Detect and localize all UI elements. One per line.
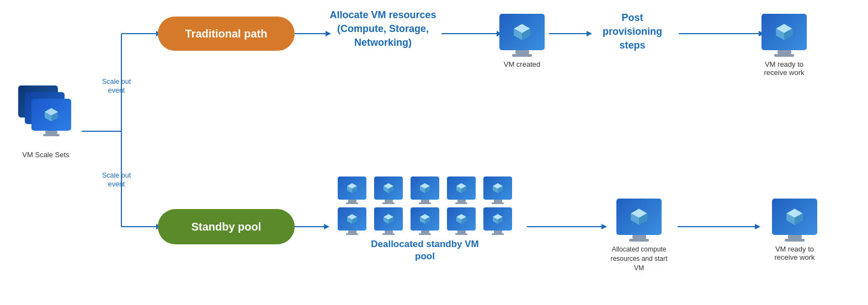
vm-ready-bottom-label: VM ready toreceive work bbox=[775, 245, 815, 261]
grid-vm-7 bbox=[372, 207, 405, 235]
allocated-compute: Allocated computeresources and startVM bbox=[603, 199, 675, 272]
grid-vm-2 bbox=[372, 176, 405, 204]
grid-vm-4 bbox=[445, 176, 478, 204]
post-provisioning-text: Postprovisioningsteps bbox=[588, 11, 677, 53]
grid-vm-6 bbox=[336, 207, 369, 235]
grid-vm-1 bbox=[336, 176, 369, 204]
deallocated-pool-label: Deallocated standby VM pool bbox=[326, 238, 524, 263]
allocated-compute-label: Allocated computeresources and startVM bbox=[611, 245, 668, 272]
grid-vm-10 bbox=[481, 207, 514, 235]
scale-out-event-1: Scale out event bbox=[102, 77, 131, 95]
grid-vm-5 bbox=[481, 176, 514, 204]
vm-created-label: VM created bbox=[504, 60, 540, 68]
grid-vm-9 bbox=[445, 207, 478, 235]
vm-created: VM created bbox=[499, 14, 545, 68]
allocate-vm-text: Allocate VM resources(Compute, Storage,N… bbox=[328, 8, 438, 50]
traditional-path-label: Traditional path bbox=[185, 28, 268, 40]
vm-grid bbox=[326, 176, 524, 235]
vm-scale-sets: VM Scale Sets bbox=[10, 85, 82, 159]
standby-pool-box: Standby pool bbox=[158, 209, 295, 244]
traditional-path-box: Traditional path bbox=[158, 17, 295, 51]
vm-ready-top: VM ready toreceive work bbox=[762, 14, 807, 77]
grid-vm-8 bbox=[408, 207, 441, 235]
vm-ready-top-label: VM ready toreceive work bbox=[764, 60, 805, 77]
standby-pool-label: Standby pool bbox=[191, 221, 262, 233]
diagram-container: VM Scale Sets Scale out event Scale out … bbox=[0, 0, 868, 305]
vm-ready-bottom: VM ready toreceive work bbox=[756, 199, 833, 261]
grid-vm-3 bbox=[408, 176, 441, 204]
scale-out-event-2: Scale out event bbox=[102, 171, 131, 189]
vm-scale-sets-label: VM Scale Sets bbox=[10, 151, 82, 159]
vm-scale-sets-icon-front bbox=[31, 99, 71, 136]
deallocated-pool: Deallocated standby VM pool bbox=[326, 176, 524, 263]
